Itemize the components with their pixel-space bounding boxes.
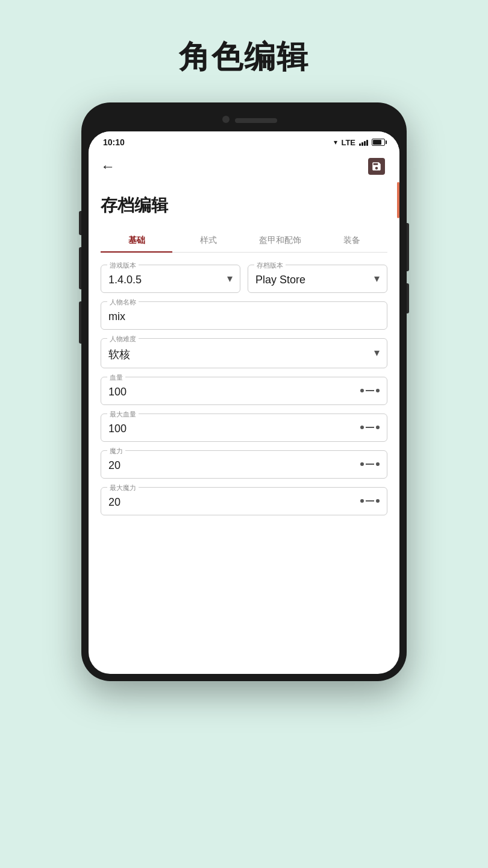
stepper-dot: [360, 426, 364, 429]
stepper-dot: [360, 462, 364, 466]
mana-row: 魔力 20: [101, 450, 387, 479]
difficulty-value: 软核: [108, 347, 130, 362]
mana-label: 魔力: [107, 447, 125, 456]
max-mana-field[interactable]: 最大魔力 20: [101, 487, 387, 515]
save-version-label: 存档版本: [254, 261, 286, 270]
tab-armor[interactable]: 盔甲和配饰: [244, 229, 316, 252]
mana-field[interactable]: 魔力 20: [101, 450, 387, 479]
signal-bars: [359, 139, 368, 146]
max-mana-row: 最大魔力 20: [101, 487, 387, 515]
volume-up-left-button: [79, 247, 81, 289]
max-mana-stepper[interactable]: [360, 499, 380, 503]
stepper-line: [366, 500, 374, 502]
stepper-dot: [360, 499, 364, 503]
character-name-field[interactable]: 人物名称 mix: [101, 301, 387, 330]
max-health-label: 最大血量: [107, 410, 139, 419]
back-button[interactable]: ←: [101, 158, 115, 175]
scroll-indicator: [397, 182, 399, 218]
save-version-dropdown-arrow: ▾: [374, 272, 380, 285]
health-label: 血量: [107, 373, 125, 382]
tab-style[interactable]: 样式: [172, 229, 244, 252]
phone-screen: 10:10 ▾ LTE ←: [89, 131, 399, 674]
battery-icon: [372, 139, 385, 146]
save-version-value: Play Store: [255, 274, 305, 286]
battery-fill: [373, 140, 381, 145]
section-title: 存档编辑: [101, 194, 387, 217]
game-version-label: 游戏版本: [107, 261, 139, 270]
front-camera: [222, 116, 230, 123]
max-health-value: 100: [108, 423, 127, 435]
health-stepper[interactable]: [360, 389, 380, 392]
max-mana-label: 最大魔力: [107, 483, 139, 492]
tab-bar: 基础 样式 盔甲和配饰 装备: [101, 229, 387, 253]
version-row: 游戏版本 1.4.0.5 ▾ 存档版本 Play Store ▾: [101, 265, 387, 293]
status-bar: 10:10 ▾ LTE: [89, 131, 399, 151]
character-name-value[interactable]: mix: [108, 310, 380, 323]
difficulty-dropdown-arrow: ▾: [374, 346, 380, 359]
stepper-line: [366, 427, 374, 428]
game-version-value: 1.4.0.5: [108, 274, 142, 286]
max-health-row: 最大血量 100: [101, 414, 387, 442]
stepper-dot: [376, 389, 380, 392]
wifi-icon: ▾: [334, 138, 337, 146]
health-field[interactable]: 血量 100: [101, 377, 387, 405]
status-time: 10:10: [103, 137, 125, 147]
stepper-dot: [376, 462, 380, 466]
difficulty-row: 人物难度 软核 ▾: [101, 338, 387, 368]
status-icons: ▾ LTE: [334, 138, 385, 147]
game-version-field[interactable]: 游戏版本 1.4.0.5 ▾: [101, 265, 240, 293]
max-health-field[interactable]: 最大血量 100: [101, 414, 387, 442]
app-bar: ←: [89, 151, 399, 182]
lte-label: LTE: [341, 138, 355, 147]
phone-frame: 10:10 ▾ LTE ←: [81, 102, 407, 681]
max-health-stepper[interactable]: [360, 426, 380, 429]
game-version-dropdown-arrow: ▾: [227, 272, 233, 285]
volume-up-button: [407, 283, 409, 313]
difficulty-field[interactable]: 人物难度 软核 ▾: [101, 338, 387, 368]
stepper-dot: [360, 389, 364, 392]
stepper-line: [366, 390, 374, 391]
power-button: [407, 223, 409, 271]
volume-down-button: [79, 211, 81, 235]
stepper-dot: [376, 426, 380, 429]
mana-stepper[interactable]: [360, 462, 380, 466]
difficulty-label: 人物难度: [107, 335, 139, 344]
character-name-row: 人物名称 mix: [101, 301, 387, 330]
phone-speaker: [235, 118, 277, 123]
health-row: 血量 100: [101, 377, 387, 405]
page-title: 角色编辑: [179, 36, 309, 78]
save-version-field[interactable]: 存档版本 Play Store ▾: [248, 265, 387, 293]
volume-down-left-button: [79, 301, 81, 344]
stepper-dot: [376, 499, 380, 503]
tab-basic[interactable]: 基础: [101, 229, 172, 252]
phone-notch: [89, 110, 399, 131]
tab-equipment[interactable]: 装备: [316, 229, 387, 252]
stepper-line: [366, 464, 374, 465]
max-mana-value: 20: [108, 496, 120, 509]
mana-value: 20: [108, 459, 120, 472]
save-icon: [368, 158, 385, 175]
save-button[interactable]: [366, 156, 387, 177]
character-name-label: 人物名称: [107, 298, 139, 307]
health-value: 100: [108, 386, 127, 398]
